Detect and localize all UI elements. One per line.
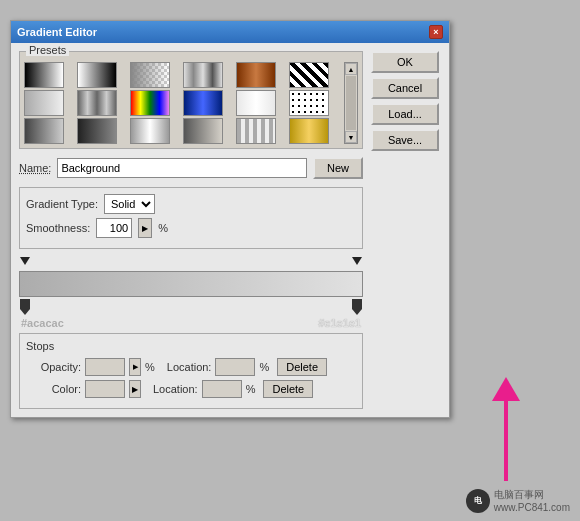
cancel-button[interactable]: Cancel xyxy=(371,77,439,99)
preset-swatch-16[interactable] xyxy=(183,118,223,144)
opacity-row: Opacity: ▶ % Location: % Delete xyxy=(26,358,356,376)
right-panel: OK Cancel Load... Save... xyxy=(371,51,441,409)
dialog-content: Presets xyxy=(11,43,449,417)
preset-swatch-1[interactable] xyxy=(24,62,64,88)
color-location-unit: % xyxy=(246,383,256,395)
preset-swatch-2[interactable] xyxy=(77,62,117,88)
preset-swatch-13[interactable] xyxy=(24,118,64,144)
color-delete-button[interactable]: Delete xyxy=(263,380,313,398)
color-stop-right[interactable] xyxy=(352,299,362,315)
smoothness-unit: % xyxy=(158,222,168,234)
name-row: Name: New xyxy=(19,157,363,179)
opacity-input[interactable] xyxy=(85,358,125,376)
color-label: Color: xyxy=(26,383,81,395)
scroll-thumb xyxy=(346,76,356,130)
presets-grid xyxy=(24,62,340,144)
color-labels: #acacac #e1e1e1 xyxy=(19,317,363,329)
color-swatch[interactable] xyxy=(85,380,125,398)
new-button[interactable]: New xyxy=(313,157,363,179)
name-input[interactable] xyxy=(57,158,307,178)
gradient-type-row: Gradient Type: Solid xyxy=(26,194,356,214)
opacity-stop-left[interactable] xyxy=(20,257,30,269)
preset-swatch-14[interactable] xyxy=(77,118,117,144)
stops-section: Stops Opacity: ▶ % Location: % Delete Co… xyxy=(19,333,363,409)
pink-arrow xyxy=(492,377,520,481)
presets-container: ▲ ▼ xyxy=(24,62,358,144)
preset-swatch-17[interactable] xyxy=(236,118,276,144)
arrow-line xyxy=(504,401,508,481)
presets-section: Presets xyxy=(19,51,363,149)
opacity-stops xyxy=(19,257,363,269)
preset-swatch-9[interactable] xyxy=(130,90,170,116)
preset-swatch-5[interactable] xyxy=(236,62,276,88)
opacity-label: Opacity: xyxy=(26,361,81,373)
dialog-title: Gradient Editor xyxy=(17,26,97,38)
preset-swatch-11[interactable] xyxy=(236,90,276,116)
preset-swatch-7[interactable] xyxy=(24,90,64,116)
gradient-bar-container: #acacac #e1e1e1 xyxy=(19,257,363,329)
watermark-text: 电脑百事网 www.PC841.com xyxy=(494,488,570,513)
scroll-up-button[interactable]: ▲ xyxy=(345,63,357,75)
preset-swatch-6[interactable] xyxy=(289,62,329,88)
opacity-delete-button[interactable]: Delete xyxy=(277,358,327,376)
opacity-location-unit: % xyxy=(259,361,269,373)
name-label: Name: xyxy=(19,162,51,174)
opacity-stop-right[interactable] xyxy=(352,257,362,269)
left-panel: Presets xyxy=(19,51,363,409)
color-row: Color: ▶ Location: % Delete xyxy=(26,380,356,398)
watermark: 电 电脑百事网 www.PC841.com xyxy=(466,488,570,513)
gradient-type-section: Gradient Type: Solid Smoothness: ▶ % xyxy=(19,187,363,249)
stops-label: Stops xyxy=(26,340,356,352)
smoothness-spin[interactable]: ▶ xyxy=(138,218,152,238)
opacity-spin[interactable]: ▶ xyxy=(129,358,141,376)
gradient-type-select[interactable]: Solid xyxy=(104,194,155,214)
gradient-editor-dialog: Gradient Editor × Presets xyxy=(10,20,450,418)
color-stops xyxy=(19,299,363,315)
close-button[interactable]: × xyxy=(429,25,443,39)
color-stop-left[interactable] xyxy=(20,299,30,315)
opacity-unit: % xyxy=(145,361,155,373)
watermark-logo: 电 xyxy=(466,489,490,513)
preset-swatch-12[interactable] xyxy=(289,90,329,116)
opacity-location-input[interactable] xyxy=(215,358,255,376)
smoothness-input[interactable] xyxy=(96,218,132,238)
save-button[interactable]: Save... xyxy=(371,129,439,151)
preset-swatch-4[interactable] xyxy=(183,62,223,88)
color-arrow[interactable]: ▶ xyxy=(129,380,141,398)
arrow-head xyxy=(492,377,520,401)
ok-button[interactable]: OK xyxy=(371,51,439,73)
preset-swatch-8[interactable] xyxy=(77,90,117,116)
smoothness-row: Smoothness: ▶ % xyxy=(26,218,356,238)
color-label-right: #e1e1e1 xyxy=(318,317,361,329)
color-location-label: Location: xyxy=(153,383,198,395)
color-location-input[interactable] xyxy=(202,380,242,398)
presets-scrollbar[interactable]: ▲ ▼ xyxy=(344,62,358,144)
preset-swatch-3[interactable] xyxy=(130,62,170,88)
gradient-type-label: Gradient Type: xyxy=(26,198,98,210)
opacity-location-label: Location: xyxy=(167,361,212,373)
preset-swatch-10[interactable] xyxy=(183,90,223,116)
title-bar: Gradient Editor × xyxy=(11,21,449,43)
preset-swatch-15[interactable] xyxy=(130,118,170,144)
presets-label: Presets xyxy=(26,44,69,56)
load-button[interactable]: Load... xyxy=(371,103,439,125)
scroll-down-button[interactable]: ▼ xyxy=(345,131,357,143)
color-label-left: #acacac xyxy=(21,317,64,329)
preset-swatch-18[interactable] xyxy=(289,118,329,144)
smoothness-label: Smoothness: xyxy=(26,222,90,234)
gradient-preview[interactable] xyxy=(19,271,363,297)
